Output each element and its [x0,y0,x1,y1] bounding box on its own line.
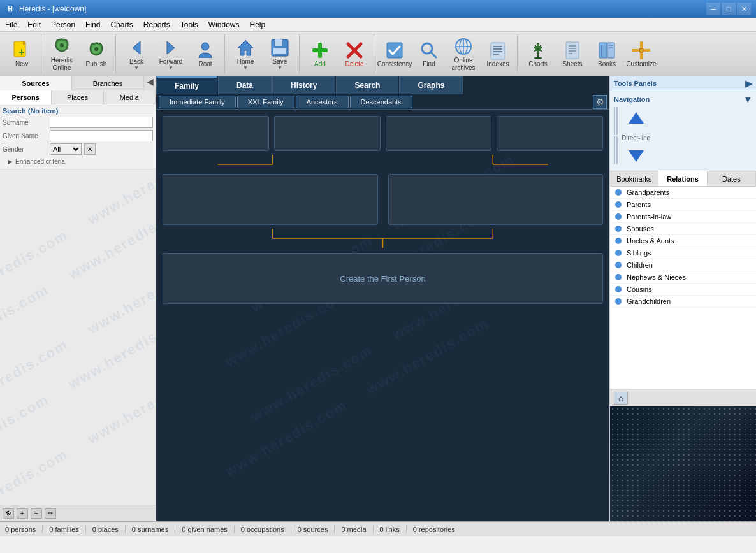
surname-input[interactable] [50,117,153,128]
subtab-places[interactable]: Places [52,90,103,104]
charts-button[interactable]: Charts [521,35,555,73]
navigation-area: Navigation ▼ Dir [610,90,756,171]
relation-nephews-nieces[interactable]: Nephews & Nieces [610,271,756,284]
parent-card-2[interactable] [388,174,604,225]
add-item-button[interactable]: + [17,508,28,519]
relation-children[interactable]: Children [610,259,756,271]
subtab-persons[interactable]: Persons [0,90,52,104]
indexes-button[interactable]: Indexes [481,35,514,73]
relation-spouses[interactable]: Spouses [610,223,756,235]
find-button[interactable]: Find [412,35,446,73]
nav-cell-br[interactable] [616,136,618,164]
menu-file[interactable]: File [0,18,22,31]
menu-find[interactable]: Find [80,18,105,31]
relation-parents-in-law[interactable]: Parents-in-law [610,211,756,223]
new-button[interactable]: + New [5,35,38,73]
given-name-input[interactable] [50,130,153,141]
enhanced-criteria-toggle[interactable]: ▶ Enhanced criteria [3,157,153,166]
sheets-button[interactable]: Sheets [556,35,589,73]
online-archives-button[interactable]: Online archives [447,35,480,73]
grandparent-card-2[interactable] [274,116,381,151]
forward-button[interactable]: Forward ▼ [154,35,187,73]
minimize-button[interactable]: ─ [706,3,720,15]
svg-rect-38 [599,43,607,58]
tab-branches[interactable]: Branches [72,76,144,90]
window-title: Heredis - [weidown] [19,4,706,13]
tab-graphs[interactable]: Graphs [399,76,463,94]
relation-grandparents[interactable]: Grandparents [610,187,756,199]
menu-charts[interactable]: Charts [105,18,138,31]
save-dropdown-arrow: ▼ [276,66,284,71]
add-icon [310,40,330,61]
app-icon: H [5,4,15,14]
clear-search-button[interactable]: ✕ [84,143,96,155]
grandparent-card-3[interactable] [386,116,492,151]
publish-button[interactable]: Publish [80,35,113,73]
grandparent-card-1[interactable] [163,116,269,151]
menu-edit[interactable]: Edit [22,18,46,31]
subtab-descendants[interactable]: Descendants [350,96,412,108]
right-panel-collapse-button[interactable]: ▶ [745,78,752,89]
subtab-ancestors[interactable]: Ancestors [296,96,349,108]
tab-relations[interactable]: Relations [658,171,707,186]
family-view-settings-button[interactable]: ⚙ [593,95,607,109]
menu-person[interactable]: Person [46,18,80,31]
navigation-chevron[interactable]: ▼ [743,94,752,104]
back-button[interactable]: Back ▼ [120,35,153,73]
collapse-left-panel-button[interactable]: ◀ [144,76,156,87]
subtab-media[interactable]: Media [104,90,156,104]
subtab-immediate-family[interactable]: Immediate Family [159,96,236,108]
relation-uncles-aunts[interactable]: Uncles & Aunts [610,235,756,247]
settings-button[interactable]: ⚙ [3,508,14,519]
given-name-label: Given Name [3,133,47,140]
delete-button[interactable]: Delete [338,35,371,73]
remove-item-button[interactable]: − [31,508,42,519]
relation-grandchildren[interactable]: Grandchildren [610,296,756,308]
menu-reports[interactable]: Reports [138,18,175,31]
tab-sources[interactable]: Sources [0,76,72,90]
save-button[interactable]: Save ▼ [263,35,296,73]
nav-cell-tl[interactable] [614,107,615,135]
nephews-nieces-label: Nephews & Nieces [627,273,686,281]
tab-search[interactable]: Search [336,76,398,94]
menu-windows[interactable]: Windows [203,18,245,31]
gender-select[interactable]: All Male Female [50,143,82,155]
nav-cell-bl[interactable] [614,136,615,164]
relation-cousins[interactable]: Cousins [610,284,756,296]
restore-button[interactable]: □ [722,3,736,15]
tab-family[interactable]: Family [156,76,217,94]
menu-help[interactable]: Help [244,18,270,31]
customize-button[interactable]: Customize [625,35,658,73]
svg-marker-59 [629,150,644,162]
tab-history[interactable]: History [272,76,335,94]
create-first-person-card[interactable]: Create the First Person [163,253,603,304]
nav-cell-tr[interactable] [616,107,618,135]
main-toolbar: + New Heredis Online [0,32,756,76]
relation-siblings[interactable]: Siblings [610,247,756,259]
right-panel-header: Tools Panels ▶ [610,76,756,90]
enhanced-criteria-label: Enhanced criteria [15,158,65,165]
relation-parents[interactable]: Parents [610,199,756,211]
gender-search-row: Gender All Male Female ✕ [3,143,153,155]
home-button[interactable]: Home ▼ [229,35,262,73]
right-panel-tabs: Bookmarks Relations Dates [610,171,756,187]
edit-item-button[interactable]: ✏ [45,508,56,519]
tab-bookmarks[interactable]: Bookmarks [610,171,658,186]
main-layout: Sources Branches ◀ Persons Places Media … [0,76,756,521]
add-button[interactable]: Add [303,35,337,73]
books-button[interactable]: Books [590,35,623,73]
grandparent-card-4[interactable] [497,116,603,151]
consistency-button[interactable]: Consistency [378,35,411,73]
parent-card-1[interactable] [163,174,378,225]
nav-up-button[interactable] [625,107,648,130]
subtab-xxl-family[interactable]: XXL Family [237,96,294,108]
menu-tools[interactable]: Tools [175,18,203,31]
root-button[interactable]: Root [189,35,222,73]
nav-down-button[interactable] [625,144,648,167]
tab-data[interactable]: Data [218,76,272,94]
svg-text:H: H [8,6,12,13]
close-button[interactable]: ✕ [737,3,751,15]
heredis-online-button[interactable]: Heredis Online [45,35,78,73]
tab-dates[interactable]: Dates [708,171,756,186]
panel-home-button[interactable]: ⌂ [614,392,628,405]
